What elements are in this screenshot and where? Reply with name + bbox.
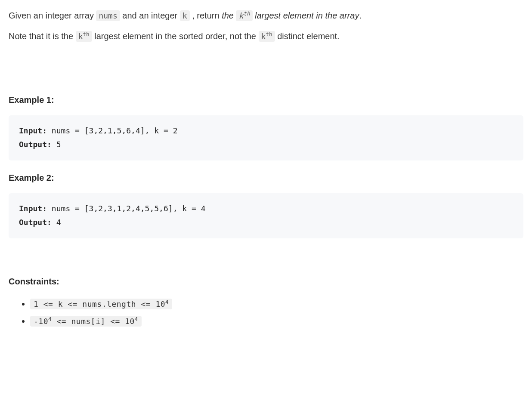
example-2-block: Input: nums = [3,2,3,1,2,4,5,5,6], k = 4…: [9, 193, 523, 238]
code-kth: kth: [76, 31, 92, 42]
example-1-block: Input: nums = [3,2,1,5,6,4], k = 2 Outpu…: [9, 115, 523, 160]
input-label: Input:: [19, 204, 47, 213]
output-value: 4: [52, 218, 61, 227]
input-label: Input:: [19, 126, 47, 135]
code-kth: kth: [236, 10, 252, 21]
description-paragraph-1: Given an integer array nums and an integ…: [9, 9, 523, 22]
example-2-heading: Example 2:: [9, 171, 523, 185]
output-value: 5: [52, 140, 61, 149]
text: Note that it is the: [9, 31, 76, 41]
constraint-item: -104 <= nums[i] <= 104: [30, 314, 523, 328]
problem-description: Given an integer array nums and an integ…: [9, 9, 523, 328]
spacer: [9, 249, 523, 266]
text: .: [359, 11, 362, 20]
constraint-code: 1 <= k <= nums.length <= 104: [30, 299, 172, 309]
code-k: k: [180, 10, 190, 21]
text: and an integer: [120, 11, 180, 20]
italic-text: the kth largest element in the array: [222, 11, 359, 20]
description-paragraph-2: Note that it is the kth largest element …: [9, 29, 523, 43]
constraints-heading: Constraints:: [9, 275, 523, 288]
code-kth: kth: [259, 31, 275, 42]
constraints-list: 1 <= k <= nums.length <= 104 -104 <= num…: [9, 297, 523, 328]
constraint-item: 1 <= k <= nums.length <= 104: [30, 297, 523, 311]
constraint-code: -104 <= nums[i] <= 104: [30, 316, 142, 327]
text: largest element in the sorted order, not…: [92, 31, 259, 41]
text: distinct element.: [275, 31, 340, 41]
input-value: nums = [3,2,1,5,6,4], k = 2: [47, 126, 177, 135]
example-1-heading: Example 1:: [9, 93, 523, 107]
output-label: Output:: [19, 140, 52, 149]
input-value: nums = [3,2,3,1,2,4,5,5,6], k = 4: [47, 204, 205, 213]
output-label: Output:: [19, 218, 52, 227]
text: , return: [190, 11, 222, 20]
spacer: [9, 50, 523, 84]
code-nums: nums: [96, 10, 120, 21]
text: Given an integer array: [9, 11, 96, 20]
